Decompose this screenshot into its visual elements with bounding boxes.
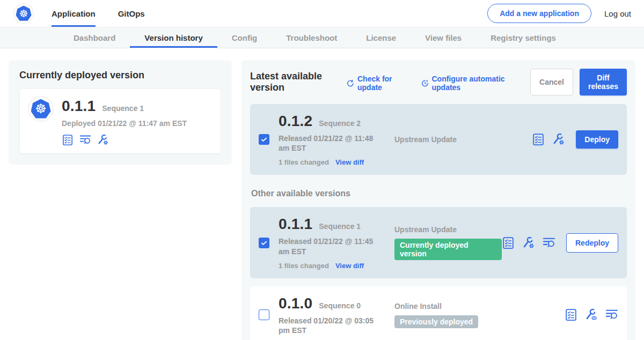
other-versions-title: Other available versions bbox=[251, 189, 627, 198]
tab-gitops-label: GitOps bbox=[118, 9, 145, 18]
version-checkbox[interactable] bbox=[259, 238, 269, 248]
kubernetes-wheel-glyph: ☸ bbox=[19, 8, 28, 19]
release-notes-search-icon[interactable] bbox=[79, 134, 91, 146]
tab-troubleshoot[interactable]: Troubleshoot bbox=[272, 27, 352, 48]
deployed-version-sequence: Sequence 1 bbox=[102, 104, 144, 113]
version-history-page: Currently deployed version ☸ 0.1.1 Seque… bbox=[0, 48, 644, 340]
clock-refresh-icon bbox=[421, 79, 429, 88]
release-notes-search-icon[interactable] bbox=[605, 308, 618, 321]
app-logo[interactable]: ☸ bbox=[14, 0, 33, 27]
tab-license-label: License bbox=[366, 33, 396, 42]
version-source: Online Install bbox=[394, 302, 565, 311]
version-checkbox[interactable] bbox=[259, 134, 269, 145]
view-diff-link[interactable]: View diff bbox=[335, 158, 364, 166]
kubernetes-logo-icon: ☸ bbox=[14, 4, 33, 23]
tab-config[interactable]: Config bbox=[217, 27, 272, 48]
currently-deployed-panel: Currently deployed version ☸ 0.1.1 Seque… bbox=[9, 60, 232, 165]
configure-automatic-updates-label: Configure automatic updates bbox=[431, 75, 516, 92]
add-new-application-button[interactable]: Add a new application bbox=[487, 4, 591, 23]
checkmark-icon bbox=[260, 239, 268, 247]
version-source: Upstream Update bbox=[394, 135, 532, 144]
tab-registry-settings-label: Registry settings bbox=[491, 33, 556, 42]
view-diff-link[interactable]: View diff bbox=[335, 262, 364, 270]
tab-application-label: Application bbox=[52, 9, 96, 18]
files-changed: 1 files changed bbox=[279, 262, 329, 270]
version-row-0-1-1: 0.1.1 Sequence 1 Released 01/21/22 @ 11:… bbox=[250, 207, 627, 278]
checklist-icon[interactable] bbox=[62, 134, 74, 146]
top-nav: ☸ Application GitOps Add a new applicati… bbox=[0, 0, 644, 27]
tab-registry-settings[interactable]: Registry settings bbox=[476, 27, 570, 48]
previously-deployed-badge: Previously deployed bbox=[394, 315, 478, 328]
tab-view-files-label: View files bbox=[425, 33, 462, 42]
version-released: Released 01/21/22 @ 11:45 am EST bbox=[279, 236, 383, 256]
tab-dashboard-label: Dashboard bbox=[74, 33, 115, 42]
currently-deployed-title: Currently deployed version bbox=[19, 70, 221, 81]
diff-releases-button[interactable]: Diff releases bbox=[580, 69, 627, 95]
logout-link[interactable]: Log out bbox=[604, 9, 631, 18]
version-released: Released 01/20/22 @ 03:05 pm EST bbox=[279, 316, 383, 335]
tab-version-history[interactable]: Version history bbox=[130, 27, 217, 48]
deployed-version-number: 0.1.1 bbox=[62, 98, 96, 115]
kubernetes-wheel-glyph: ☸ bbox=[35, 101, 47, 116]
config-wrench-gear-icon[interactable] bbox=[522, 236, 535, 249]
check-for-update-label: Check for update bbox=[357, 75, 407, 92]
config-wrench-gear-icon[interactable] bbox=[97, 134, 109, 146]
checklist-icon[interactable] bbox=[565, 308, 577, 321]
config-wrench-eye-icon[interactable] bbox=[585, 308, 598, 321]
version-row-0-1-0: 0.1.0 Sequence 0 Released 01/20/22 @ 03:… bbox=[250, 286, 627, 340]
tab-view-files[interactable]: View files bbox=[411, 27, 476, 48]
release-notes-search-icon[interactable] bbox=[543, 236, 555, 249]
checklist-icon[interactable] bbox=[532, 133, 545, 146]
tab-config-label: Config bbox=[232, 33, 257, 42]
version-number: 0.1.0 bbox=[279, 295, 312, 312]
deploy-button[interactable]: Deploy bbox=[576, 130, 618, 149]
tab-gitops[interactable]: GitOps bbox=[118, 0, 145, 27]
check-for-update-link[interactable]: Check for update bbox=[347, 75, 407, 92]
files-changed: 1 files changed bbox=[279, 158, 329, 166]
latest-available-title: Latest available version bbox=[250, 71, 339, 93]
redeploy-button[interactable]: Redeploy bbox=[566, 233, 618, 253]
top-nav-tabs: Application GitOps bbox=[52, 0, 145, 27]
version-source: Upstream Update bbox=[394, 225, 502, 234]
cancel-button[interactable]: Cancel bbox=[530, 69, 573, 95]
app-icon: ☸ bbox=[28, 97, 53, 121]
tab-version-history-label: Version history bbox=[144, 33, 202, 42]
version-number: 0.1.2 bbox=[279, 113, 312, 130]
refresh-icon bbox=[347, 79, 354, 88]
deployed-timestamp: Deployed 01/21/22 @ 11:47 am EST bbox=[62, 119, 187, 128]
currently-deployed-badge: Currently deployed version bbox=[394, 239, 502, 260]
version-sequence: Sequence 2 bbox=[319, 119, 361, 128]
available-versions-header: Latest available version Check for updat… bbox=[250, 69, 627, 95]
checklist-icon[interactable] bbox=[502, 236, 515, 249]
app-sub-nav: Dashboard Version history Config Trouble… bbox=[0, 27, 644, 48]
tab-troubleshoot-label: Troubleshoot bbox=[286, 33, 337, 42]
tab-dashboard[interactable]: Dashboard bbox=[59, 27, 130, 48]
configure-automatic-updates-link[interactable]: Configure automatic updates bbox=[421, 75, 516, 92]
version-sequence: Sequence 1 bbox=[319, 222, 361, 231]
version-released: Released 01/21/22 @ 11:48 am EST bbox=[279, 134, 383, 153]
version-number: 0.1.1 bbox=[279, 216, 312, 233]
deployed-version-card: ☸ 0.1.1 Sequence 1 Deployed 01/21/22 @ 1… bbox=[19, 88, 221, 154]
version-row-0-1-2: 0.1.2 Sequence 2 Released 01/21/22 @ 11:… bbox=[250, 104, 627, 175]
version-checkbox[interactable] bbox=[259, 309, 269, 320]
checkmark-icon bbox=[260, 136, 268, 143]
tab-license[interactable]: License bbox=[352, 27, 411, 48]
version-sequence: Sequence 0 bbox=[319, 301, 361, 310]
config-wrench-gear-icon[interactable] bbox=[552, 133, 565, 146]
tab-application[interactable]: Application bbox=[52, 0, 96, 27]
available-versions-panel: Latest available version Check for updat… bbox=[241, 60, 635, 340]
